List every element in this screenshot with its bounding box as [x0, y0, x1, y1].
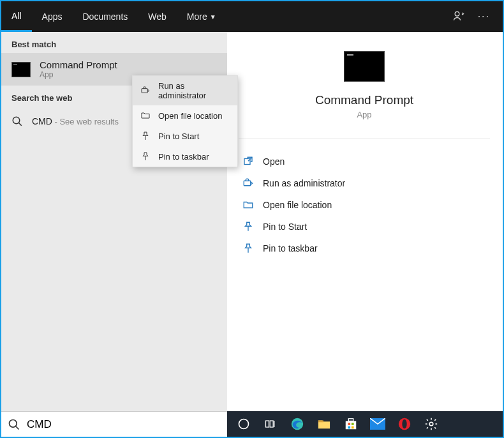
results-pane: Best match Command Prompt App Search the…: [1, 32, 227, 411]
action-label: Open file location: [263, 200, 332, 210]
action-run-as-admin[interactable]: Run as administrator: [239, 172, 490, 194]
svg-rect-23: [352, 427, 354, 429]
svg-rect-19: [348, 419, 353, 421]
file-explorer-icon[interactable]: [316, 416, 332, 432]
svg-line-11: [16, 426, 19, 429]
web-search-term: CMD: [32, 116, 52, 126]
mail-icon[interactable]: [370, 416, 385, 432]
svg-point-0: [455, 11, 459, 16]
app-thumbnail-icon: [344, 51, 385, 82]
context-item-label: Pin to Start: [158, 132, 199, 141]
microsoft-store-icon[interactable]: [343, 416, 359, 432]
context-menu: Run as administrator Open file location …: [132, 75, 238, 167]
action-open-file-location[interactable]: Open file location: [239, 194, 490, 216]
svg-point-10: [10, 419, 17, 427]
more-options-icon[interactable]: ···: [478, 11, 490, 22]
svg-line-2: [19, 123, 22, 126]
action-label: Run as administrator: [263, 178, 345, 188]
folder-icon: [242, 199, 254, 211]
tab-more-label: More: [187, 11, 207, 22]
svg-point-1: [13, 117, 20, 124]
action-pin-to-taskbar[interactable]: Pin to taskbar: [239, 238, 490, 259]
action-label: Pin to Start: [263, 222, 307, 232]
open-icon: [242, 156, 254, 167]
action-open[interactable]: Open: [239, 151, 490, 172]
tab-documents[interactable]: Documents: [72, 1, 138, 32]
tab-more[interactable]: More ▼: [177, 1, 226, 32]
pin-icon: [140, 151, 151, 162]
svg-rect-13: [266, 421, 269, 427]
tab-apps[interactable]: Apps: [32, 1, 73, 32]
context-pin-to-taskbar[interactable]: Pin to taskbar: [133, 146, 237, 167]
pin-icon: [140, 131, 151, 141]
context-item-label: Pin to taskbar: [158, 152, 209, 162]
details-title: Command Prompt: [239, 93, 490, 107]
folder-icon: [140, 110, 151, 121]
task-tray: [227, 411, 503, 437]
svg-rect-22: [348, 427, 350, 429]
settings-icon[interactable]: [424, 416, 439, 432]
svg-point-27: [429, 422, 433, 426]
cortana-icon[interactable]: [236, 416, 251, 432]
feedback-icon[interactable]: [452, 10, 465, 24]
pin-icon: [242, 243, 254, 254]
context-item-label: Open file location: [158, 111, 222, 121]
svg-point-12: [239, 419, 249, 429]
search-icon: [8, 418, 20, 431]
search-icon: [11, 116, 23, 127]
context-item-label: Run as administrator: [158, 81, 230, 100]
opera-icon[interactable]: [397, 416, 412, 432]
details-pane: Command Prompt App Open Run as administr…: [227, 32, 503, 411]
result-title: Command Prompt: [40, 59, 117, 70]
search-input[interactable]: [27, 418, 221, 431]
context-run-as-admin[interactable]: Run as administrator: [133, 76, 237, 105]
admin-shield-icon: [140, 86, 151, 96]
svg-rect-17: [318, 421, 323, 423]
details-subtitle: App: [239, 110, 490, 119]
svg-rect-21: [352, 423, 354, 425]
svg-rect-18: [346, 421, 357, 429]
svg-rect-14: [270, 421, 273, 427]
pin-icon: [242, 221, 254, 232]
command-prompt-icon: [11, 62, 31, 77]
action-label: Pin to taskbar: [263, 243, 318, 253]
result-subtitle: App: [40, 70, 117, 79]
svg-point-26: [402, 419, 406, 429]
edge-icon[interactable]: [290, 416, 305, 432]
search-scope-tabs: All Apps Documents Web More ▼ ···: [1, 1, 503, 32]
web-search-hint: - See web results: [52, 117, 119, 126]
context-pin-to-start[interactable]: Pin to Start: [133, 126, 237, 146]
action-pin-to-start[interactable]: Pin to Start: [239, 216, 490, 238]
action-label: Open: [263, 156, 285, 167]
chevron-down-icon: ▼: [210, 13, 216, 20]
admin-shield-icon: [242, 177, 254, 189]
context-open-file-location[interactable]: Open file location: [133, 105, 237, 126]
tab-web[interactable]: Web: [138, 1, 177, 32]
taskbar: [1, 411, 503, 437]
task-view-icon[interactable]: [263, 416, 278, 432]
svg-rect-3: [142, 89, 147, 93]
svg-rect-20: [348, 423, 350, 425]
best-match-heading: Best match: [1, 32, 227, 53]
tab-all[interactable]: All: [1, 1, 32, 32]
divider: [239, 139, 490, 139]
svg-rect-7: [244, 181, 251, 186]
search-box[interactable]: [1, 411, 227, 437]
